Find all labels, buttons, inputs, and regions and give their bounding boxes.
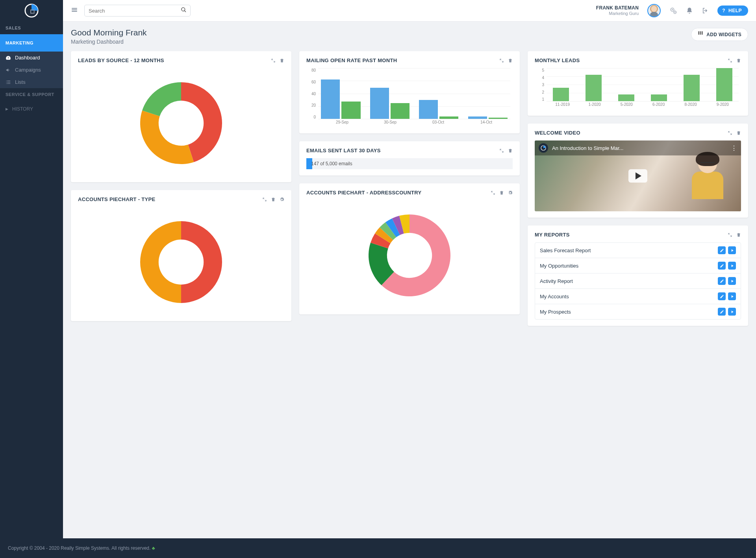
footer-text: Copyright © 2004 - 2020 Really Simple Sy…: [8, 545, 150, 551]
edit-icon[interactable]: [718, 262, 726, 270]
sidebar-item-dashboard[interactable]: Dashboard: [0, 52, 63, 64]
expand-icon[interactable]: [728, 58, 732, 63]
sidebar-section-service[interactable]: SERVICE & SUPPORT: [0, 88, 63, 101]
run-icon[interactable]: [728, 292, 736, 300]
help-button[interactable]: ? HELP: [717, 6, 748, 16]
widget-title: MONTHLY LEADS: [535, 57, 580, 63]
report-name: My Prospects: [540, 309, 571, 315]
expand-icon[interactable]: [262, 197, 267, 202]
widget-accounts-type: ACCOUNTS PIECHART - TYPE: [71, 190, 291, 321]
user-avatar[interactable]: [647, 4, 661, 17]
donut-chart: [358, 204, 461, 307]
sidebar-item-label: Lists: [15, 79, 26, 85]
menu-toggle-icon[interactable]: [71, 6, 78, 15]
run-icon[interactable]: [728, 246, 736, 254]
edit-icon[interactable]: [718, 292, 726, 300]
report-row[interactable]: Sales Forecast Report: [535, 243, 741, 258]
trash-icon[interactable]: [271, 197, 276, 202]
edit-icon[interactable]: [718, 308, 726, 316]
kebab-icon[interactable]: ⋮: [731, 144, 737, 152]
run-icon[interactable]: [728, 308, 736, 316]
widget-welcome-video: WELCOME VIDEO An Introduction to Simple …: [528, 124, 748, 218]
svg-rect-6: [699, 31, 700, 33]
app-logo[interactable]: [0, 0, 63, 22]
play-icon[interactable]: [628, 169, 647, 183]
progress-label: 147 of 5,000 emails: [306, 161, 352, 166]
svg-rect-7: [700, 31, 701, 33]
report-row[interactable]: My Opportunities: [535, 258, 741, 273]
widget-title: WELCOME VIDEO: [535, 130, 580, 136]
sidebar-section-sales[interactable]: SALES: [0, 22, 63, 34]
trash-icon[interactable]: [508, 58, 513, 63]
report-name: Activity Report: [540, 278, 573, 284]
user-role: Marketing Guru: [596, 11, 639, 16]
widget-title: ACCOUNTS PIECHART - TYPE: [78, 196, 155, 202]
sidebar-item-campaigns[interactable]: Campaigns: [0, 64, 63, 76]
user-info[interactable]: FRANK BATEMAN Marketing Guru: [596, 5, 639, 16]
expand-icon[interactable]: [728, 131, 732, 135]
report-name: My Opportunities: [540, 263, 578, 269]
run-icon[interactable]: [728, 277, 736, 285]
expand-icon[interactable]: [491, 190, 495, 195]
grid-icon: [698, 31, 703, 38]
donut-chart: [130, 72, 232, 174]
widget-title: ACCOUNTS PIECHART - ADDRESSCOUNTRY: [306, 190, 421, 196]
gear-icon[interactable]: [508, 190, 513, 195]
search-field: [84, 5, 191, 17]
topbar: FRANK BATEMAN Marketing Guru ? HELP: [63, 0, 756, 22]
sidebar-item-history[interactable]: ▶ HISTORY: [0, 101, 63, 117]
logout-icon[interactable]: [702, 7, 709, 14]
svg-rect-10: [700, 33, 701, 35]
search-icon[interactable]: [181, 7, 187, 15]
widget-title: LEADS BY SOURCE - 12 MONTHS: [78, 57, 164, 63]
bell-icon[interactable]: [686, 7, 693, 14]
report-list: Sales Forecast ReportMy OpportunitiesAct…: [535, 242, 741, 320]
bar-chart: 5432111-20191-20205-20206-20208-20209-20…: [535, 68, 741, 109]
expand-icon[interactable]: [499, 148, 504, 153]
expand-icon[interactable]: [499, 58, 504, 63]
trash-icon[interactable]: [499, 190, 504, 195]
run-icon[interactable]: [728, 262, 736, 270]
sidebar-item-lists[interactable]: Lists: [0, 76, 63, 88]
add-widgets-label: ADD WIDGETS: [706, 32, 741, 37]
edit-icon[interactable]: [718, 277, 726, 285]
expand-icon[interactable]: [728, 233, 732, 237]
donut-chart: [130, 211, 232, 313]
sidebar-item-label: Dashboard: [15, 55, 40, 61]
footer: Copyright © 2004 - 2020 Really Simple Sy…: [0, 538, 756, 558]
gear-icon[interactable]: [280, 197, 284, 202]
report-row[interactable]: My Prospects: [535, 304, 741, 319]
trash-icon[interactable]: [736, 131, 741, 135]
video-title: An Introduction to Simple Mar...: [552, 145, 727, 151]
edit-icon[interactable]: [718, 246, 726, 254]
widget-emails-sent: EMAILS SENT LAST 30 DAYS 147 of 5,000 em…: [299, 141, 520, 176]
page-greeting: Good Morning Frank: [71, 28, 147, 37]
megaphone-icon: [6, 67, 11, 73]
help-label: HELP: [728, 8, 742, 13]
svg-point-3: [672, 9, 673, 10]
widget-title: EMAILS SENT LAST 30 DAYS: [306, 148, 381, 153]
sidebar-item-label: HISTORY: [12, 106, 33, 112]
expand-icon[interactable]: [271, 58, 276, 63]
report-row[interactable]: My Accounts: [535, 289, 741, 304]
svg-point-5: [674, 12, 675, 13]
add-widgets-button[interactable]: ADD WIDGETS: [691, 28, 748, 41]
report-name: Sales Forecast Report: [540, 248, 591, 253]
trash-icon[interactable]: [280, 58, 284, 63]
trash-icon[interactable]: [736, 58, 741, 63]
page-subtitle: Marketing Dashboard: [71, 39, 147, 45]
heart-icon: ♣: [152, 545, 155, 551]
svg-rect-8: [702, 31, 703, 33]
user-name: FRANK BATEMAN: [596, 5, 639, 11]
video-thumbnail[interactable]: An Introduction to Simple Mar... ⋮: [535, 140, 741, 211]
widget-monthly-leads: MONTHLY LEADS 5432111-20191-20205-20206-…: [528, 51, 748, 116]
caret-right-icon: ▶: [6, 107, 8, 111]
search-input[interactable]: [84, 5, 191, 17]
widget-my-reports: MY REPORTS Sales Forecast ReportMy Oppor…: [528, 225, 748, 326]
trash-icon[interactable]: [736, 233, 741, 237]
trash-icon[interactable]: [508, 148, 513, 153]
widget-mailing-open-rate: MAILING OPEN RATE PAST MONTH 80604020029…: [299, 51, 520, 133]
settings-icon[interactable]: [669, 7, 677, 15]
report-row[interactable]: Activity Report: [535, 273, 741, 289]
sidebar-section-marketing[interactable]: MARKETING: [0, 34, 63, 52]
